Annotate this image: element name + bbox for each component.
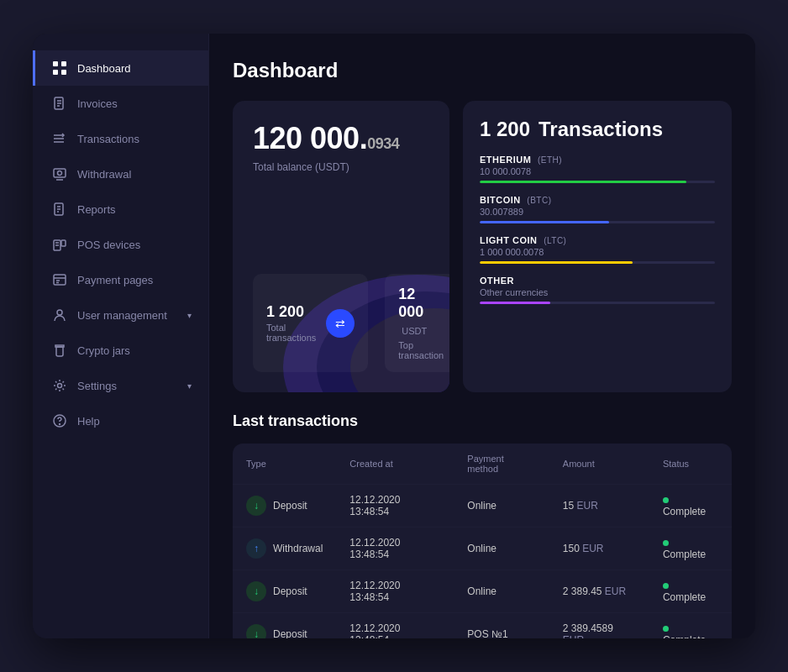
sidebar-item-label: Reports xyxy=(77,203,116,216)
balance-stats: 1 200 Total transactions ⇄ 12 000 USDT xyxy=(253,274,429,372)
cell-amount: 2 389.4589 EUR xyxy=(549,613,649,639)
cell-method: Online xyxy=(454,570,549,613)
svg-rect-3 xyxy=(61,70,66,75)
pos-icon xyxy=(52,237,67,252)
balance-card: 120 000.0934 Total balance (USDT) 1 200 xyxy=(233,101,449,392)
sidebar-item-transactions[interactable]: Transactions xyxy=(33,121,208,156)
sidebar-item-crypto-jars[interactable]: Crypto jars xyxy=(33,333,208,368)
stat-total-transactions: 1 200 Total transactions ⇄ xyxy=(253,274,368,372)
currency-name-eth: ETHERIUM (ETH) xyxy=(480,155,715,165)
sidebar-item-label: Transactions xyxy=(77,133,139,145)
sidebar-item-label: User management xyxy=(77,309,167,322)
currency-row-ltc: LIGHT COIN (LTC) 1 000 000.0078 xyxy=(480,235,715,264)
svg-rect-2 xyxy=(53,70,58,75)
sidebar-item-withdrawal[interactable]: Withdrawal xyxy=(33,156,208,192)
sidebar-item-label: Dashboard xyxy=(77,62,131,75)
status-label: Complete xyxy=(663,634,706,638)
help-icon xyxy=(52,413,67,428)
col-created: Created at xyxy=(336,444,454,485)
table-row[interactable]: ↓ Deposit 12.12.2020 13:48:54 Online 2 3… xyxy=(233,570,732,613)
stat-label: Total transactions xyxy=(266,323,316,343)
type-label: Withdrawal xyxy=(273,543,323,554)
currency-row-btc: BITCOIN (BTC) 30.007889 xyxy=(480,195,715,223)
withdrawal-icon: ↑ xyxy=(246,538,266,559)
sidebar-item-label: Withdrawal xyxy=(77,168,131,181)
cell-status: Complete xyxy=(649,570,732,613)
stat-text: 12 000 USDT Top transaction xyxy=(398,286,444,360)
progress-bar-eth xyxy=(480,181,715,183)
svg-point-27 xyxy=(58,384,62,388)
sidebar-item-label: Invoices xyxy=(77,97,118,110)
transactions-icon xyxy=(52,131,67,146)
cell-status: Complete xyxy=(649,528,732,570)
cell-method: Online xyxy=(454,528,549,570)
last-transactions-section: Last transactions Type Created at Paymen… xyxy=(233,412,732,638)
tx-count: 1 200 xyxy=(480,118,530,140)
cell-created: 12.12.2020 13:48:54 xyxy=(336,528,454,570)
progress-fill-eth xyxy=(480,181,686,183)
cell-created: 12.12.2020 13:48:54 xyxy=(336,485,454,528)
status-label: Complete xyxy=(663,506,706,517)
progress-fill-btc xyxy=(480,221,609,223)
cell-created: 12.12.2020 13:48:54 xyxy=(336,613,454,639)
user-management-icon xyxy=(52,307,67,323)
sidebar-item-help[interactable]: Help xyxy=(33,403,208,438)
invoices-icon xyxy=(52,96,67,111)
sidebar-item-payment-pages[interactable]: Payment pages xyxy=(33,262,208,297)
currency-amount-eth: 10 000.0078 xyxy=(480,166,715,176)
table-row[interactable]: ↓ Deposit 12.12.2020 13:48:54 Online 15 … xyxy=(233,485,732,528)
grid-icon xyxy=(52,60,67,76)
cell-method: POS №1 xyxy=(454,613,549,639)
sidebar-item-reports[interactable]: Reports xyxy=(33,192,208,227)
sidebar-item-dashboard[interactable]: Dashboard xyxy=(33,50,208,86)
stat-top-transaction: 12 000 USDT Top transaction ↑ xyxy=(385,274,449,372)
currency-name-btc: BITCOIN (BTC) xyxy=(480,195,715,205)
cell-amount: 15 EUR xyxy=(549,485,649,528)
deposit-icon: ↓ xyxy=(246,581,266,601)
sidebar-item-user-management[interactable]: User management ▾ xyxy=(33,297,208,333)
type-label: Deposit xyxy=(273,500,307,512)
svg-point-29 xyxy=(60,424,60,425)
currency-name-ltc: LIGHT COIN (LTC) xyxy=(480,235,715,245)
table-header: Type Created at Payment method Amount St… xyxy=(233,444,732,485)
balance-amount-main: 120 000. xyxy=(253,121,367,155)
transactions-summary-card: 1 200 Transactions ETHERIUM (ETH) 10 000… xyxy=(463,101,732,392)
currency-amount-ltc: 1 000 000.0078 xyxy=(480,247,715,257)
status-dot xyxy=(663,497,669,503)
currency-row-other: OTHER Other currencies xyxy=(480,276,715,304)
cell-type: ↓ Deposit xyxy=(233,485,336,528)
table-body: ↓ Deposit 12.12.2020 13:48:54 Online 15 … xyxy=(233,485,732,639)
tx-title-label: Transactions xyxy=(538,118,663,140)
sidebar-item-invoices[interactable]: Invoices xyxy=(33,86,208,121)
sidebar-item-settings[interactable]: Settings ▾ xyxy=(33,368,208,403)
col-method: Payment method xyxy=(454,444,549,485)
sidebar-item-label: Help xyxy=(77,415,100,428)
payment-pages-icon xyxy=(52,272,67,287)
cell-amount: 150 EUR xyxy=(549,528,649,570)
sidebar-item-label: Crypto jars xyxy=(77,344,130,357)
table-row[interactable]: ↑ Withdrawal 12.12.2020 13:48:54 Online … xyxy=(233,528,732,570)
page-title: Dashboard xyxy=(233,59,732,82)
svg-rect-22 xyxy=(54,275,66,285)
stat-text: 1 200 Total transactions xyxy=(266,303,316,343)
stat-value: 12 000 USDT xyxy=(398,286,444,339)
withdrawal-icon xyxy=(52,166,67,181)
section-title: Last transactions xyxy=(233,412,732,430)
currency-amount-btc: 30.007889 xyxy=(480,207,715,217)
progress-bar-other xyxy=(480,302,715,304)
sidebar-item-label: Payment pages xyxy=(77,274,153,286)
balance-label: Total balance (USDT) xyxy=(253,161,429,173)
chevron-down-icon: ▾ xyxy=(187,381,192,391)
svg-point-12 xyxy=(58,171,62,176)
cell-amount: 2 389.45 EUR xyxy=(549,570,649,613)
status-dot xyxy=(663,583,669,589)
table-row[interactable]: ↓ Deposit 12.12.2020 13:48:54 POS №1 2 3… xyxy=(233,613,732,639)
balance-main: 120 000.0934 Total balance (USDT) xyxy=(253,121,429,173)
progress-fill-ltc xyxy=(480,261,633,264)
svg-rect-19 xyxy=(61,240,66,246)
transactions-table: Type Created at Payment method Amount St… xyxy=(233,444,732,638)
stat-value: 1 200 xyxy=(266,303,316,321)
sidebar-item-pos[interactable]: POS devices xyxy=(33,227,208,262)
cell-created: 12.12.2020 13:48:54 xyxy=(336,570,454,613)
svg-rect-0 xyxy=(53,61,58,66)
